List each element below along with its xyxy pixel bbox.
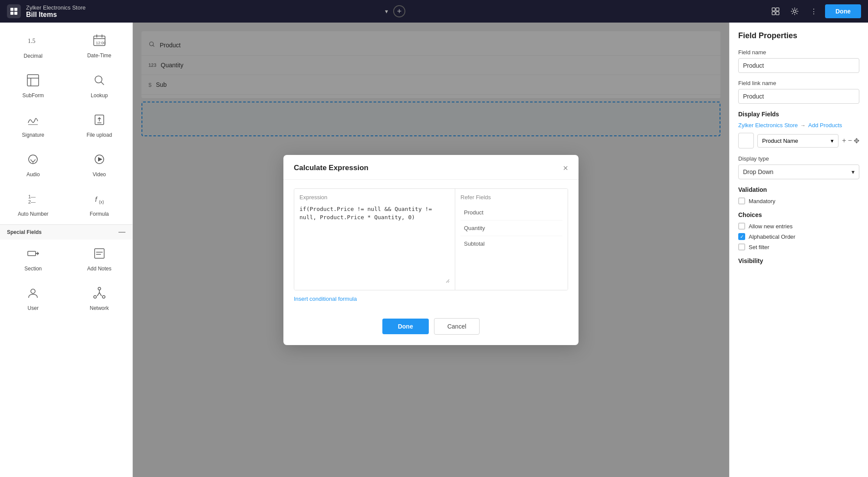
display-field-value: Product Name [762,138,798,144]
allow-new-entries-label: Allow new entries [749,223,792,230]
set-filter-checkbox[interactable] [738,243,745,250]
sidebar-item-subform[interactable]: SubForm [0,66,66,106]
validation-title: Validation [738,186,859,193]
add-notes-icon [93,247,106,263]
topbar-title: Zylker Electronics Store Bill Items [26,4,380,19]
panel-title: Field Properties [738,31,859,40]
grid-icon[interactable] [769,5,782,17]
expression-input[interactable] [299,205,450,283]
modal-title: Calculate Expression [294,164,368,172]
main-layout: 1.5 Decimal 12:00 Date-Time SubForm [0,23,868,477]
refer-fields-header: Refer Fields [460,194,562,201]
set-filter-row: Set filter [738,243,859,250]
allow-new-entries-checkbox[interactable] [738,223,745,230]
mandatory-checkbox[interactable] [738,197,745,204]
svg-rect-12 [27,75,39,86]
video-icon [93,153,106,169]
choices-title: Choices [738,211,859,218]
signature-icon [26,113,39,129]
modal-header: Calculate Expression × [283,155,579,180]
modal-done-button[interactable]: Done [382,319,429,334]
svg-point-28 [94,296,96,298]
store-link[interactable]: Zylker Electronics Store [738,122,798,128]
display-field-box [738,133,754,148]
sidebar-grid: 1.5 Decimal 12:00 Date-Time SubForm [0,26,132,319]
decimal-icon: 1.5 [26,33,40,50]
insert-formula-link[interactable]: Insert conditional formula [294,296,357,302]
modal-close-button[interactable]: × [563,164,568,172]
add-products-link[interactable]: Add Products [808,122,842,128]
sidebar-item-label: Date-Time [87,53,112,59]
allow-new-entries-row: Allow new entries [738,223,859,230]
network-icon [93,286,106,303]
modal-overlay: Calculate Expression × Expression Refer … [133,23,729,477]
remove-field-button[interactable]: − [848,137,852,145]
add-button[interactable]: + [393,5,405,17]
sidebar-item-video[interactable]: Video [66,145,133,185]
visibility-title: Visibility [738,257,859,264]
expression-header: Expression [299,194,450,201]
validation-section: Validation Mandatory [738,186,859,204]
alphabetical-order-label: Alphabetical Order [749,234,796,240]
form-name: Bill Items [26,11,380,19]
sidebar-item-label: Network [90,305,109,311]
refer-field-quantity[interactable]: Quantity [460,220,562,236]
mandatory-row: Mandatory [738,197,859,204]
field-name-input[interactable] [738,58,859,73]
drag-field-handle[interactable]: ✥ [854,137,859,145]
collapse-icon[interactable]: — [118,228,125,236]
svg-rect-5 [776,8,779,11]
arrow-icon: → [800,122,806,128]
audio-icon [26,153,39,169]
sidebar-item-label: Audio [26,171,40,178]
display-fields-title: Display Fields [738,111,859,118]
sidebar-item-label: Add Notes [87,266,112,272]
topbar-icons: ⋮ [769,5,820,17]
sidebar-item-label: Lookup [91,92,108,99]
alphabetical-order-checkbox[interactable]: ✓ [738,233,745,240]
svg-text:12:00: 12:00 [96,41,106,45]
svg-rect-4 [772,8,775,11]
user-icon [26,286,39,303]
display-field-select[interactable]: Product Name ▾ [757,134,838,148]
settings-icon[interactable] [789,5,801,17]
svg-marker-19 [98,157,102,161]
sidebar-item-user[interactable]: User [0,279,66,319]
subform-icon [26,74,39,90]
done-button[interactable]: Done [825,4,861,18]
sidebar-item-decimal[interactable]: 1.5 Decimal [0,26,66,66]
sidebar-item-add-notes[interactable]: Add Notes [66,240,133,279]
topbar-chevron-icon[interactable]: ▾ [385,8,388,15]
more-options-icon[interactable]: ⋮ [808,5,820,17]
sidebar-item-formula[interactable]: f(x) Formula [66,185,133,224]
file-upload-icon [93,113,106,129]
svg-rect-7 [776,12,779,15]
sidebar-item-label: Auto Number [18,211,49,217]
field-link-name-label: Field link name [738,80,859,86]
display-type-label: Display type [738,155,859,162]
refer-field-product[interactable]: Product [460,205,562,220]
modal-cancel-button[interactable]: Cancel [434,318,480,335]
svg-rect-1 [14,8,17,11]
sidebar-item-lookup[interactable]: Lookup [66,66,133,106]
svg-text:2—: 2— [28,199,36,204]
field-link-name-input[interactable] [738,89,859,104]
datetime-icon: 12:00 [93,34,106,50]
set-filter-label: Set filter [749,244,769,250]
display-type-select[interactable]: Drop Down ▾ [738,164,859,179]
sidebar-item-datetime[interactable]: 12:00 Date-Time [66,26,133,66]
expression-column: Expression [294,189,455,290]
sidebar-item-network[interactable]: Network [66,279,133,319]
add-field-button[interactable]: + [842,137,846,145]
display-type-value: Drop Down [743,168,773,175]
app-logo [7,4,21,18]
sidebar-item-audio[interactable]: Audio [0,145,66,185]
sidebar-item-signature[interactable]: Signature [0,106,66,145]
alphabetical-order-row: ✓ Alphabetical Order [738,233,859,240]
sidebar-item-section[interactable]: Section [0,240,66,279]
refer-field-subtotal[interactable]: Subtotal [460,236,562,251]
store-name: Zylker Electronics Store [26,4,380,11]
sidebar-item-auto-number[interactable]: 1—2— Auto Number [0,185,66,224]
sidebar-item-file-upload[interactable]: File upload [66,106,133,145]
svg-point-27 [98,287,101,290]
